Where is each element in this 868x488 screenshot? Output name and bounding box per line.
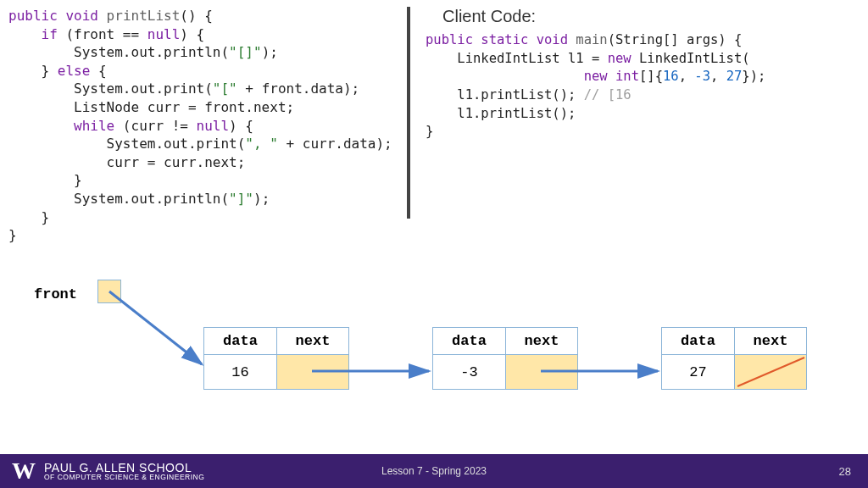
left-code-block: public void printList() { if (front == n… [8, 7, 407, 245]
lesson-label: Lesson 7 - Spring 2023 [381, 465, 487, 477]
code-token: } [8, 172, 82, 188]
node-header-data: data [433, 328, 505, 354]
code-token: LinkedIntList l1 = [426, 51, 608, 66]
code-token: } [8, 227, 17, 243]
slide-content: public void printList() { if (front == n… [0, 0, 868, 245]
code-token: + curr.data); [278, 136, 392, 152]
node-value: 16 [204, 355, 276, 389]
node-header-data: data [204, 328, 276, 354]
school-sub: OF COMPUTER SCIENCE & ENGINEERING [44, 474, 204, 481]
code-token: []{ [639, 69, 663, 84]
code-token: null [147, 26, 181, 42]
node-value: 27 [662, 355, 734, 389]
code-token: public [426, 32, 473, 47]
right-panel: Client Code: public static void main(Str… [410, 7, 860, 245]
node-header-next: next [505, 328, 577, 354]
school-main: PAUL G. ALLEN SCHOOL [44, 462, 204, 474]
code-token [426, 69, 584, 84]
code-token: public [8, 8, 58, 24]
code-token: while [74, 118, 114, 134]
right-code-block: public static void main(String[] args) {… [426, 31, 860, 141]
arrow-front-to-0 [109, 291, 202, 364]
code-token: } [426, 124, 433, 139]
code-token: }); [742, 69, 765, 84]
school-name: PAUL G. ALLEN SCHOOL OF COMPUTER SCIENCE… [44, 462, 204, 481]
node-header-next: next [276, 328, 348, 354]
client-code-title: Client Code: [426, 7, 860, 26]
code-token: l1.printList(); [426, 87, 584, 103]
code-token: ); [253, 191, 270, 207]
code-token: void [537, 32, 568, 47]
code-token: ListNode curr = front.next; [8, 99, 294, 115]
code-token: new [608, 51, 632, 66]
code-token [8, 118, 74, 134]
code-token: curr = curr.next; [8, 154, 245, 170]
code-token: null [197, 118, 230, 134]
code-token [608, 69, 615, 84]
node-value: -3 [433, 355, 505, 389]
node-0: data next 16 [203, 327, 349, 390]
code-token: int [615, 69, 639, 84]
code-token: (front == [58, 26, 147, 42]
code-token: printList [107, 8, 181, 24]
code-token: () { [180, 8, 213, 24]
svg-line-0 [737, 358, 804, 386]
code-token: System.out.print( [8, 80, 213, 97]
code-token: } [8, 209, 49, 225]
page-number: 28 [839, 465, 851, 478]
node-next-box [734, 355, 806, 389]
code-token: else [58, 63, 91, 79]
code-token: (curr != [114, 118, 196, 134]
code-token: static [481, 32, 528, 47]
code-token: , [710, 69, 726, 84]
code-token: , [679, 69, 695, 84]
code-token: 27 [726, 69, 743, 84]
code-token: System.out.print( [8, 136, 245, 152]
code-token: // [16 [584, 87, 632, 103]
code-token: { [90, 63, 106, 79]
code-token: -3 [694, 69, 710, 84]
uw-logo-icon: W [12, 458, 36, 485]
code-token: (String[] args) { [608, 32, 743, 47]
node-header-data: data [662, 328, 734, 354]
code-token: ); [262, 44, 278, 60]
null-slash-icon [735, 355, 806, 389]
node-1: data next -3 [432, 327, 578, 390]
slide-footer: W PAUL G. ALLEN SCHOOL OF COMPUTER SCIEN… [0, 454, 868, 488]
code-token: l1.printList(); [426, 106, 576, 121]
code-token: System.out.println( [8, 191, 229, 207]
node-next-box [505, 355, 577, 389]
code-token: ) { [229, 118, 253, 134]
node-2: data next 27 [661, 327, 807, 390]
code-token: new [584, 69, 608, 84]
code-token: void [65, 8, 98, 24]
code-token: } [8, 63, 58, 79]
front-pointer-box [97, 280, 121, 303]
node-next-box [276, 355, 348, 389]
code-token: "]" [229, 191, 253, 207]
linked-list-diagram: front data next 16 data next -3 data nex… [0, 280, 868, 415]
code-token: ) { [180, 26, 204, 42]
code-token: ", " [245, 136, 278, 152]
code-token: + front.data); [237, 80, 360, 97]
code-token: System.out.println( [8, 44, 229, 60]
code-token: main [576, 32, 607, 47]
code-token: LinkedIntList( [632, 51, 750, 66]
code-token: if [42, 26, 58, 42]
code-token: "[]" [229, 44, 262, 60]
node-header-next: next [734, 328, 806, 354]
code-token: "[" [213, 80, 237, 97]
front-label: front [34, 286, 77, 302]
code-token: 16 [663, 69, 679, 84]
